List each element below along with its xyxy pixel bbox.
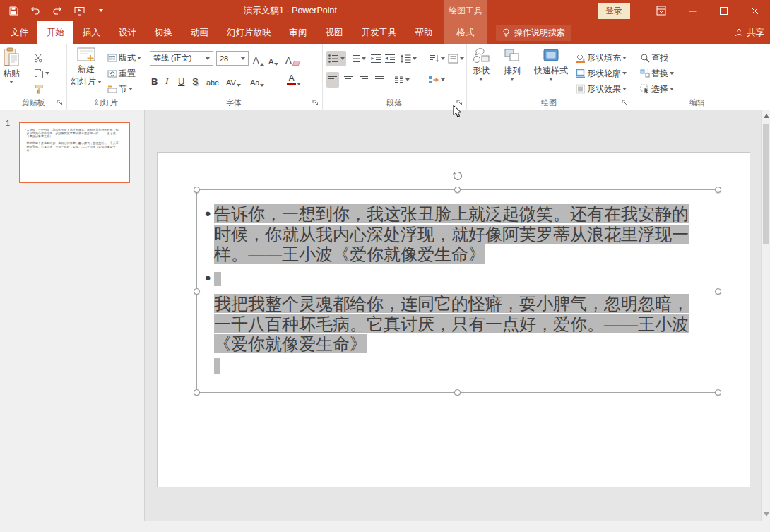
clear-formatting-button[interactable]: A xyxy=(284,51,301,66)
mouse-cursor xyxy=(453,105,462,118)
numbering-button[interactable] xyxy=(348,51,367,66)
tab-animations[interactable]: 动画 xyxy=(182,21,218,44)
columns-icon xyxy=(394,76,404,84)
save-icon[interactable] xyxy=(7,3,20,18)
tab-design[interactable]: 设计 xyxy=(109,21,146,44)
shape-fill-button[interactable]: 形状填充 xyxy=(574,50,628,66)
section-button[interactable]: 节 xyxy=(106,81,134,97)
slide-paragraph-empty: • xyxy=(205,268,701,289)
align-left-button[interactable] xyxy=(326,72,339,88)
arrange-button[interactable]: 排列 xyxy=(503,47,521,81)
tab-view[interactable]: 视图 xyxy=(316,21,353,44)
shape-effects-button[interactable]: 形状效果 xyxy=(574,81,628,97)
scrollbar-thumb[interactable] xyxy=(763,124,769,244)
slide-thumbnail[interactable]: •告诉你，一想到你，我这张丑脸上就泛起微笑。还有在我安静的时候，你就从我内心深处… xyxy=(19,122,130,183)
titlebar-controls: 登录 xyxy=(598,0,770,21)
align-right-button[interactable] xyxy=(357,72,370,88)
undo-icon[interactable] xyxy=(29,3,42,18)
convert-to-smartart-button[interactable] xyxy=(427,72,446,88)
tab-review[interactable]: 审阅 xyxy=(280,21,316,44)
paste-button[interactable]: 粘贴 xyxy=(3,47,20,83)
tab-format-contextual[interactable]: 格式 xyxy=(444,21,487,44)
decrease-indent-button[interactable] xyxy=(369,51,383,66)
selection-handle-middle-left[interactable] xyxy=(194,288,200,295)
cut-button[interactable] xyxy=(32,50,45,66)
line-spacing-icon xyxy=(400,54,411,64)
increase-indent-button[interactable] xyxy=(383,51,397,66)
ribbon-display-options-icon[interactable] xyxy=(646,0,677,21)
minimize-button[interactable] xyxy=(677,0,708,21)
slide-paragraph-1: • 告诉你，一想到你，我这张丑脸上就泛起微笑。还有在我安静的时候，你就从我内心深… xyxy=(205,204,701,265)
selection-handle-top-right[interactable] xyxy=(715,187,721,193)
reset-button[interactable]: 重置 xyxy=(106,66,137,81)
close-button[interactable] xyxy=(739,0,770,21)
tab-insert[interactable]: 插入 xyxy=(73,21,109,44)
font-name-combobox[interactable]: 等线 (正文) xyxy=(150,51,213,66)
clipboard-dialog-launcher-icon[interactable] xyxy=(56,99,64,107)
format-painter-button[interactable] xyxy=(32,81,45,97)
ribbon-tab-row: 文件 开始 插入 设计 切换 动画 幻灯片放映 审阅 视图 开发工具 帮助 格式… xyxy=(0,21,770,44)
shape-outline-button[interactable]: 形状轮廓 xyxy=(574,66,628,81)
change-case-button[interactable]: Aa xyxy=(249,72,266,87)
drawing-dialog-launcher-icon[interactable] xyxy=(621,99,629,107)
redo-icon[interactable] xyxy=(51,3,64,18)
layout-button[interactable]: 版式 xyxy=(106,50,143,66)
selection-handle-bottom-middle[interactable] xyxy=(454,389,461,396)
select-icon xyxy=(640,84,650,94)
italic-button[interactable]: I xyxy=(164,72,170,87)
replace-button[interactable]: 替换 xyxy=(639,66,675,81)
layout-icon xyxy=(107,54,117,62)
quick-styles-button[interactable]: 快速样式 xyxy=(534,47,568,81)
thumbnail-paragraph-2: 我把我整个灵魂都给你，连同它的怪癖，耍小脾气，忽明忽暗，一千八百种坏毛病。它真讨… xyxy=(25,141,119,151)
columns-button[interactable] xyxy=(393,72,411,88)
shrink-font-button[interactable]: A xyxy=(267,51,280,66)
sign-in-button[interactable]: 登录 xyxy=(598,3,630,19)
selection-handle-middle-right[interactable] xyxy=(715,288,721,295)
group-font: 等线 (正文) 28 A A A B I U S abc AV Aa A 字体 xyxy=(146,44,323,110)
align-text-button[interactable] xyxy=(446,51,466,66)
strikethrough-button[interactable]: abc xyxy=(205,72,220,87)
font-dialog-launcher-icon[interactable] xyxy=(312,99,319,107)
quick-styles-icon xyxy=(542,47,560,64)
align-center-button[interactable] xyxy=(342,72,355,88)
selection-handle-top-left[interactable] xyxy=(194,187,200,193)
select-button[interactable]: 选择 xyxy=(639,81,675,97)
text-shadow-button[interactable]: S xyxy=(191,72,200,87)
character-spacing-button[interactable]: AV xyxy=(225,72,242,87)
tab-help[interactable]: 帮助 xyxy=(406,21,442,44)
tab-developer[interactable]: 开发工具 xyxy=(353,21,406,44)
grow-font-button[interactable]: A xyxy=(251,51,266,66)
underline-button[interactable]: U xyxy=(177,72,186,87)
copy-button[interactable] xyxy=(32,66,51,81)
rotation-handle-icon[interactable] xyxy=(452,170,463,182)
arrange-icon xyxy=(503,47,521,64)
bullets-button[interactable] xyxy=(326,51,346,66)
selection-handle-top-middle[interactable] xyxy=(454,187,461,193)
bold-button[interactable]: B xyxy=(150,72,159,87)
justify-button[interactable] xyxy=(373,72,386,88)
font-color-button[interactable]: A xyxy=(285,71,302,85)
tab-file[interactable]: 文件 xyxy=(1,21,37,44)
maximize-button[interactable] xyxy=(708,0,739,21)
text-direction-button[interactable] xyxy=(427,51,446,66)
scroll-up-arrow-icon[interactable] xyxy=(764,114,769,118)
selection-handle-bottom-left[interactable] xyxy=(194,389,200,396)
smartart-icon xyxy=(428,75,439,85)
new-slide-button[interactable]: 新建 幻灯片 xyxy=(71,47,102,87)
tab-transitions[interactable]: 切换 xyxy=(146,21,182,44)
selected-text-box[interactable]: • 告诉你，一想到你，我这张丑脸上就泛起微笑。还有在我安静的时候，你就从我内心深… xyxy=(196,189,718,393)
start-slideshow-icon[interactable] xyxy=(73,3,85,18)
scroll-down-arrow-icon[interactable] xyxy=(764,512,769,516)
line-spacing-button[interactable] xyxy=(398,51,418,66)
find-button[interactable]: 查找 xyxy=(639,50,670,66)
vertical-scrollbar[interactable] xyxy=(761,110,770,521)
selection-handle-bottom-right[interactable] xyxy=(715,389,721,396)
share-button[interactable]: 共享 xyxy=(735,21,764,44)
customize-qat-dropdown-icon[interactable] xyxy=(95,3,107,18)
font-size-combobox[interactable]: 28 xyxy=(216,51,249,66)
tab-home[interactable]: 开始 xyxy=(37,21,73,44)
text-box-content[interactable]: • 告诉你，一想到你，我这张丑脸上就泛起微笑。还有在我安静的时候，你就从我内心深… xyxy=(205,204,701,375)
shapes-button[interactable]: 形状 xyxy=(472,47,490,81)
tab-slideshow[interactable]: 幻灯片放映 xyxy=(218,21,280,44)
tell-me-search[interactable]: 操作说明搜索 xyxy=(496,25,571,41)
